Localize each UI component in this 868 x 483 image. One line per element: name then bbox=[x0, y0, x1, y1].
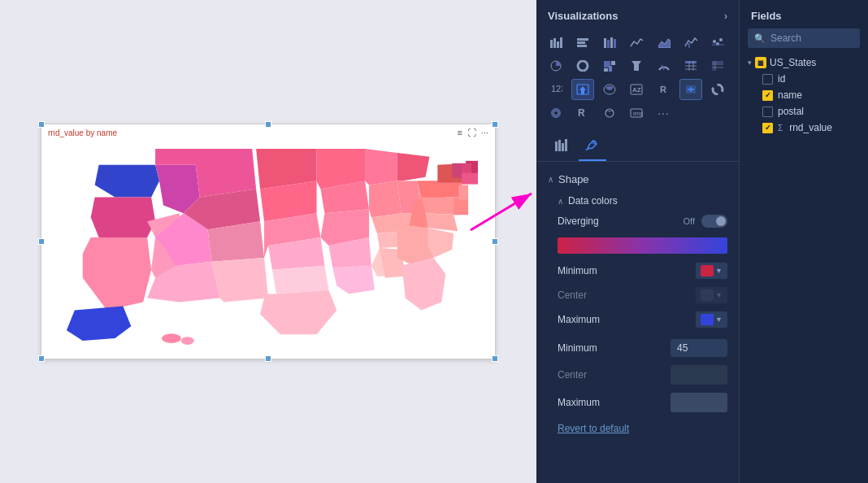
field-checkbox-id[interactable] bbox=[762, 74, 773, 85]
viz-icon-donut[interactable] bbox=[571, 55, 594, 76]
viz-icon-scatter[interactable] bbox=[679, 32, 702, 53]
viz-icon-gauge[interactable] bbox=[653, 55, 675, 76]
viz-icon-combo[interactable] bbox=[706, 32, 729, 53]
field-item-rnd-value[interactable]: ✓ Σ rnd_value bbox=[744, 120, 863, 136]
svg-rect-20 bbox=[611, 61, 615, 65]
svg-point-15 bbox=[719, 38, 723, 41]
center-color-label: Center bbox=[558, 289, 587, 301]
map-more-icon[interactable]: ··· bbox=[481, 128, 488, 137]
viz-panel: Visualizations › bbox=[536, 0, 740, 483]
viz-icon-stacked[interactable] bbox=[598, 32, 621, 53]
map-card: rnd_value by name ≡ ⛶ ··· bbox=[41, 124, 496, 359]
svg-rect-2 bbox=[550, 40, 553, 48]
viz-icon-area[interactable] bbox=[653, 32, 675, 53]
maximum-color-swatch[interactable]: ▼ bbox=[696, 311, 727, 328]
field-item-name[interactable]: ✓ name bbox=[744, 87, 863, 103]
svg-rect-11 bbox=[610, 37, 613, 48]
viz-icon-table[interactable] bbox=[679, 55, 702, 76]
viz-icon-more[interactable]: ··· bbox=[653, 102, 675, 124]
map-expand-icon[interactable]: ⛶ bbox=[467, 128, 476, 137]
viz-icon-col[interactable] bbox=[571, 32, 594, 53]
viz-icon-matrix[interactable] bbox=[706, 55, 729, 76]
toggle-off-label: Off bbox=[684, 216, 695, 226]
viz-icon-map-active[interactable] bbox=[571, 79, 594, 100]
viz-icon-r-visual[interactable]: R bbox=[653, 79, 675, 100]
field-checkbox-name[interactable]: ✓ bbox=[762, 90, 773, 101]
minimum-color-swatch[interactable]: ▼ bbox=[696, 263, 727, 279]
svg-rect-54 bbox=[565, 139, 567, 151]
state-wa bbox=[95, 165, 159, 198]
field-item-postal[interactable]: postal bbox=[744, 103, 863, 120]
field-item-id[interactable]: id bbox=[744, 71, 863, 87]
tab-format[interactable] bbox=[579, 133, 606, 161]
viz-icon-pie[interactable] bbox=[545, 55, 567, 76]
center-swatch-arrow-icon: ▼ bbox=[715, 291, 723, 299]
maximum-color-label: Maximum bbox=[558, 314, 600, 325]
state-nj bbox=[458, 185, 468, 200]
viz-icon-map2[interactable] bbox=[598, 102, 621, 124]
state-ca bbox=[83, 237, 151, 310]
diverging-toggle[interactable] bbox=[701, 215, 727, 228]
field-label-name: name bbox=[778, 89, 802, 101]
viz-tabs bbox=[536, 127, 739, 162]
field-label-rnd-value: rnd_value bbox=[789, 122, 832, 133]
minimum-color-row: Minimum ▼ bbox=[548, 259, 727, 283]
shape-chevron-icon: ∧ bbox=[548, 175, 553, 184]
viz-icon-funnel[interactable] bbox=[625, 55, 648, 76]
field-sigma-icon: Σ bbox=[778, 124, 783, 133]
minimum-value-input[interactable] bbox=[671, 339, 727, 357]
viz-icon-azure-map[interactable]: AZ bbox=[625, 79, 648, 100]
viz-icon-filled-map[interactable] bbox=[598, 79, 621, 100]
resize-handle-bm[interactable] bbox=[265, 355, 271, 362]
toggle-row: Off bbox=[684, 215, 727, 228]
fields-panel: Fields 🔍 ▾ ▦ US_States id bbox=[740, 0, 868, 483]
viz-icon-image[interactable]: img bbox=[625, 102, 648, 124]
viz-panel-arrow-icon[interactable]: › bbox=[724, 11, 727, 22]
shape-section-header[interactable]: ∧ Shape bbox=[548, 167, 727, 190]
state-ok bbox=[272, 266, 328, 294]
map-card-icons: ≡ ⛶ ··· bbox=[457, 128, 488, 137]
resize-handle-bl[interactable] bbox=[38, 355, 45, 362]
minimum-color-label: Minimum bbox=[558, 265, 597, 276]
maximum-swatch-arrow-icon: ▼ bbox=[715, 315, 723, 324]
resize-handle-br[interactable] bbox=[492, 355, 498, 362]
field-checkbox-postal[interactable] bbox=[762, 107, 773, 117]
tab-chart[interactable] bbox=[548, 133, 575, 161]
state-tx bbox=[260, 290, 336, 335]
minimum-value-row: Minimum bbox=[548, 335, 727, 361]
state-ak bbox=[67, 306, 131, 341]
field-checkbox-rnd-value[interactable]: ✓ bbox=[762, 123, 773, 133]
resize-handle-ml[interactable] bbox=[38, 238, 45, 245]
svg-point-45 bbox=[713, 85, 723, 94]
viz-icon-bar[interactable] bbox=[545, 32, 567, 53]
svg-rect-3 bbox=[553, 38, 556, 48]
center-value-input[interactable] bbox=[671, 365, 727, 385]
viz-icon-radial[interactable] bbox=[545, 102, 567, 124]
viz-icon-kpi[interactable]: 123 bbox=[545, 79, 567, 100]
viz-icon-donut2[interactable] bbox=[706, 79, 729, 100]
data-colors-chevron-icon: ∧ bbox=[558, 197, 563, 206]
viz-icon-custom-highlighted[interactable] bbox=[679, 79, 702, 100]
resize-handle-mr[interactable] bbox=[492, 238, 498, 245]
center-color-row: Center ▼ bbox=[548, 283, 727, 307]
fields-panel-title: Fields bbox=[740, 0, 868, 28]
field-group-header-us-states[interactable]: ▾ ▦ US_States bbox=[744, 54, 863, 71]
viz-icon-r2[interactable]: R bbox=[571, 102, 594, 124]
data-colors-label: Data colors bbox=[568, 195, 618, 207]
viz-icon-treemap[interactable] bbox=[598, 55, 621, 76]
viz-icon-line[interactable] bbox=[625, 32, 648, 53]
diverging-label: Diverging bbox=[558, 215, 599, 227]
revert-button[interactable]: Revert to default bbox=[548, 416, 727, 441]
map-title: rnd_value by name bbox=[48, 128, 117, 137]
map-hamburger-icon[interactable]: ≡ bbox=[457, 128, 462, 137]
state-fl bbox=[401, 258, 446, 311]
search-input[interactable] bbox=[770, 33, 853, 44]
fields-search-box[interactable]: 🔍 bbox=[748, 28, 860, 48]
data-colors-header[interactable]: ∧ Data colors bbox=[548, 190, 727, 210]
map-card-header: rnd_value by name ≡ ⛶ ··· bbox=[41, 124, 495, 141]
center-color-swatch[interactable]: ▼ bbox=[696, 287, 727, 303]
svg-rect-51 bbox=[555, 141, 558, 151]
viz-icons-grid: 123 AZ R R bbox=[536, 28, 739, 127]
maximum-value-input[interactable] bbox=[671, 393, 727, 412]
maximum-swatch-box bbox=[701, 314, 714, 325]
